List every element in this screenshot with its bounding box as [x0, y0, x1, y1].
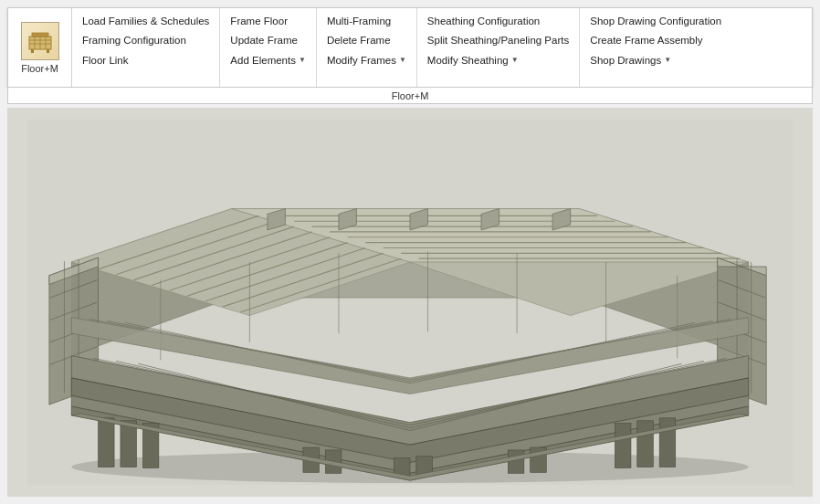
multi-framing-button[interactable]: Multi-Framing — [324, 12, 409, 31]
svg-rect-66 — [99, 418, 115, 467]
svg-rect-73 — [508, 450, 524, 473]
svg-rect-76 — [637, 421, 654, 467]
svg-rect-6 — [31, 49, 34, 53]
svg-rect-75 — [615, 424, 631, 468]
framing-configuration-button[interactable]: Framing Configuration — [79, 31, 212, 50]
ribbon-toolbar: Floor+M Load Families & Schedules Framin… — [7, 7, 813, 88]
ribbon-icon-section: Floor+M — [8, 8, 72, 87]
shop-drawings-button[interactable]: Shop Drawings ▼ — [587, 51, 724, 70]
floor-link-button[interactable]: Floor Link — [79, 51, 212, 70]
ribbon-group-5: Shop Drawing Configuration Create Frame … — [580, 8, 731, 87]
create-frame-assembly-button[interactable]: Create Frame Assembly — [587, 31, 724, 50]
modify-sheathing-button[interactable]: Modify Sheathing ▼ — [425, 51, 572, 70]
ribbon-group-1: Load Families & Schedules Framing Config… — [72, 8, 220, 87]
modify-sheathing-dropdown-arrow: ▼ — [511, 55, 519, 66]
floor-icon-svg — [26, 27, 54, 55]
shop-drawings-dropdown-arrow: ▼ — [664, 55, 671, 66]
ribbon-group-2: Frame Floor Update Frame Add Elements ▼ — [220, 8, 317, 87]
modify-frames-button[interactable]: Modify Frames ▼ — [324, 51, 409, 70]
delete-frame-button[interactable]: Delete Frame — [324, 31, 409, 50]
ribbon-group-4: Sheathing Configuration Split Sheathing/… — [417, 8, 580, 87]
ribbon-icon-label: Floor+M — [21, 63, 58, 74]
sheathing-configuration-button[interactable]: Sheathing Configuration — [425, 12, 572, 31]
split-sheathing-button[interactable]: Split Sheathing/Paneling Parts — [425, 31, 572, 50]
add-elements-dropdown-arrow: ▼ — [299, 55, 306, 66]
add-elements-button[interactable]: Add Elements ▼ — [227, 51, 309, 70]
floor-m-icon[interactable] — [21, 22, 59, 60]
ribbon-groups: Load Families & Schedules Framing Config… — [72, 8, 812, 87]
frame-floor-button[interactable]: Frame Floor — [227, 12, 309, 31]
load-families-schedules-button[interactable]: Load Families & Schedules — [79, 12, 212, 31]
svg-rect-7 — [47, 49, 49, 53]
svg-rect-8 — [32, 33, 48, 37]
ribbon-tab-label: Floor+M — [7, 88, 813, 104]
viewport-3d[interactable] — [7, 108, 813, 497]
update-frame-button[interactable]: Update Frame — [227, 31, 309, 50]
svg-rect-77 — [659, 418, 676, 467]
building-3d-svg — [17, 120, 803, 485]
shop-drawing-configuration-button[interactable]: Shop Drawing Configuration — [587, 12, 724, 31]
modify-frames-dropdown-arrow: ▼ — [399, 55, 406, 66]
ribbon-group-3: Multi-Framing Delete Frame Modify Frames… — [317, 8, 417, 87]
